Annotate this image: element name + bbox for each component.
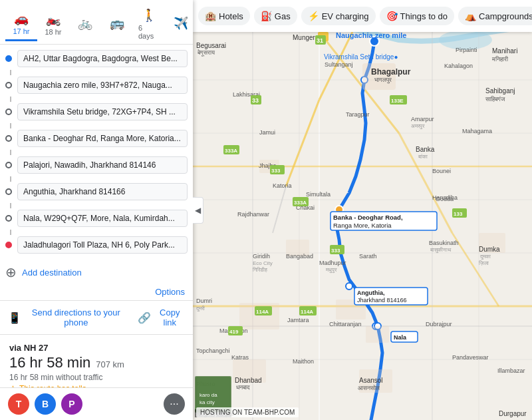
waypoint-4 [5, 130, 188, 147]
waypoint-dot-6 [5, 188, 12, 195]
svg-text:मनिहारी: मनिहारी [491, 56, 509, 63]
collapse-sidebar-button[interactable]: ◀ [193, 197, 203, 224]
svg-text:Jamui: Jamui [259, 129, 275, 136]
svg-text:Banka: Banka [416, 146, 435, 153]
map-tab-gas[interactable]: ⛽ Gas [254, 7, 297, 25]
waypoint-1 [5, 50, 188, 67]
map-tab-hotels[interactable]: 🏨 Hotels [198, 7, 250, 25]
svg-text:Illambazar: Illambazar [497, 367, 525, 374]
svg-text:Eco City: Eco City [253, 260, 273, 266]
transport-tabs: 🚗 17 hr 🏍️ 18 hr 🚲 🚌 🚶 6 days ✈️ ✕ [0, 0, 193, 45]
route-subinfo: 16 hr 58 min without traffic [9, 373, 184, 382]
waypoint-dot-7 [5, 215, 12, 222]
waypoint-2 [5, 77, 188, 94]
svg-text:Kahalagon: Kahalagon [444, 63, 473, 69]
waypoint-input-3[interactable] [17, 103, 188, 120]
svg-text:Topchangchi: Topchangchi [196, 347, 230, 354]
svg-text:Vikramshila Setu bridge●: Vikramshila Setu bridge● [324, 53, 398, 61]
logo-blue[interactable]: B [35, 393, 56, 415]
waypoint-dot-3 [5, 108, 12, 115]
watermark: HOSTING ON TEAM-BHP.COM [196, 407, 299, 417]
svg-rect-31 [366, 326, 389, 343]
svg-text:Madhupur: Madhupur [319, 260, 346, 266]
transit-icon: 🚌 [110, 16, 124, 31]
waypoint-input-5[interactable] [17, 156, 188, 174]
options-link[interactable]: Options [155, 287, 185, 297]
tab-drive[interactable]: 🚗 17 hr [5, 9, 37, 41]
waypoint-input-2[interactable] [17, 77, 188, 94]
tab-flight[interactable]: ✈️ [165, 13, 193, 36]
svg-text:karo da: karo da [200, 392, 217, 398]
walk-icon: 🚶 [142, 8, 156, 23]
waypoint-dot-end [5, 242, 12, 248]
waypoints-list [0, 45, 193, 262]
svg-text:Durgapur: Durgapur [499, 410, 527, 417]
actions-row: 📱 Send directions to your phone 🔗 Copy l… [0, 301, 193, 335]
svg-text:धनबाद: धनबाद [236, 384, 250, 391]
route-distance: 707 km [96, 359, 124, 369]
waypoint-input-8[interactable] [17, 236, 188, 254]
svg-text:Anguthia,: Anguthia, [357, 290, 385, 296]
add-icon: ⊕ [5, 264, 17, 280]
tab-bike[interactable]: 🏍️ 18 hr [37, 9, 69, 40]
map-tab-ev-label: EV charging [322, 11, 369, 21]
send-directions-button[interactable]: 📱 Send directions to your phone [8, 308, 127, 327]
svg-text:Rajdhanwar: Rajdhanwar [237, 211, 269, 218]
svg-text:Chittaranjan: Chittaranjan [329, 321, 362, 327]
waypoint-input-4[interactable] [17, 130, 188, 147]
svg-text:Sultanganj: Sultanganj [325, 61, 353, 68]
logo-purple[interactable]: P [61, 393, 82, 415]
tab-cycle[interactable]: 🚲 [69, 13, 101, 36]
svg-text:साहिबगंज: साहिबगंज [485, 96, 505, 103]
svg-text:Dumri: Dumri [196, 298, 212, 304]
svg-text:Katoria: Katoria [273, 182, 292, 189]
svg-text:Sarath: Sarath [359, 253, 377, 260]
logo-red[interactable]: T [8, 393, 29, 415]
svg-text:Dumka: Dumka [479, 246, 500, 253]
svg-point-24 [346, 283, 352, 290]
map-tab-ev[interactable]: ⚡ EV charging [301, 7, 376, 25]
waypoint-dot-start [5, 55, 12, 62]
svg-text:Asansol: Asansol [359, 377, 383, 384]
svg-text:दुमरी: दुमरी [196, 306, 205, 312]
svg-text:Simultala: Simultala [306, 191, 331, 198]
tab-walk[interactable]: 🚶 6 days [133, 5, 165, 44]
svg-text:Bounei: Bounei [432, 168, 451, 174]
waypoint-input-1[interactable] [17, 50, 188, 67]
more-options-button[interactable]: ··· [164, 393, 185, 415]
svg-text:Manihari: Manihari [492, 47, 517, 55]
svg-text:Mahagama: Mahagama [462, 128, 492, 134]
svg-text:Munger: Munger [293, 34, 316, 41]
svg-text:Bangabad: Bangabad [286, 253, 313, 260]
svg-text:114A: 114A [301, 309, 313, 315]
svg-text:333A: 333A [294, 200, 307, 206]
svg-text:बेगूसराय: बेगूसराय [197, 49, 215, 57]
svg-text:33: 33 [252, 97, 259, 104]
map-tab-things[interactable]: 🎯 Things to do [380, 7, 455, 25]
waypoint-dot-5 [5, 162, 12, 168]
map-tab-campgrounds[interactable]: ⛺ Campgrounds [458, 7, 532, 25]
bottom-bar: T B P ··· [0, 387, 193, 420]
waypoint-6 [5, 183, 188, 200]
svg-text:333A: 333A [225, 148, 237, 154]
svg-text:Jamtara: Jamtara [287, 317, 309, 323]
map-tab-gas-label: Gas [275, 11, 291, 21]
svg-text:आसनसोल: आसनसोल [358, 384, 380, 391]
svg-text:333: 333 [331, 248, 340, 254]
tab-transit[interactable]: 🚌 [101, 13, 133, 36]
waypoint-input-6[interactable] [17, 183, 188, 200]
drive-icon: 🚗 [14, 11, 29, 26]
ev-icon: ⚡ [308, 11, 319, 21]
cycle-icon: 🚲 [78, 16, 92, 31]
waypoint-input-7[interactable] [17, 210, 188, 227]
svg-text:Hansdiha: Hansdiha [432, 194, 458, 201]
map-tab-things-label: Things to do [400, 11, 448, 21]
svg-text:114A: 114A [256, 309, 269, 315]
svg-text:गिरिडीह: गिरिडीह [252, 267, 267, 273]
tab-drive-label: 17 hr [13, 27, 29, 35]
add-destination-button[interactable]: ⊕ Add destination [0, 262, 193, 283]
svg-text:Pandaveswar: Pandaveswar [452, 354, 489, 361]
copy-link-button[interactable]: 🔗 Copy link [138, 308, 185, 327]
waypoint-dot-2 [5, 82, 12, 89]
add-destination-label: Add destination [22, 268, 82, 278]
